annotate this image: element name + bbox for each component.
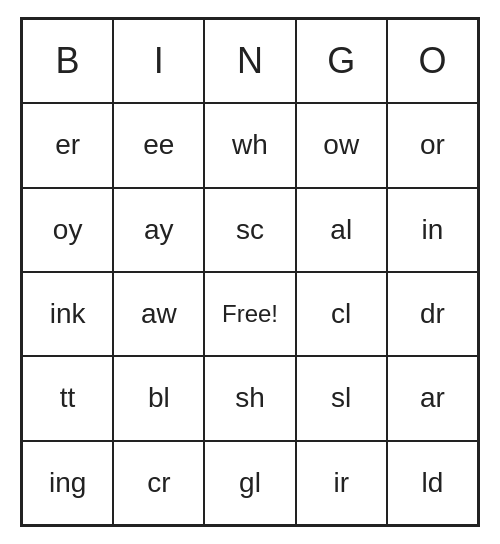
cell-1-5: or — [387, 103, 478, 187]
cell-5-2: cr — [113, 441, 204, 525]
cell-2-5: in — [387, 188, 478, 272]
cell-3-4: cl — [296, 272, 387, 356]
cell-3-5: dr — [387, 272, 478, 356]
cell-5-4: ir — [296, 441, 387, 525]
row-5: ing cr gl ir ld — [22, 441, 478, 525]
cell-5-3: gl — [204, 441, 295, 525]
cell-1-4: ow — [296, 103, 387, 187]
row-1: er ee wh ow or — [22, 103, 478, 187]
header-g: G — [296, 19, 387, 103]
cell-4-4: sl — [296, 356, 387, 440]
header-o: O — [387, 19, 478, 103]
cell-1-3: wh — [204, 103, 295, 187]
cell-4-3: sh — [204, 356, 295, 440]
row-4: tt bl sh sl ar — [22, 356, 478, 440]
cell-2-4: al — [296, 188, 387, 272]
header-b: B — [22, 19, 113, 103]
cell-2-2: ay — [113, 188, 204, 272]
cell-1-2: ee — [113, 103, 204, 187]
cell-3-2: aw — [113, 272, 204, 356]
header-i: I — [113, 19, 204, 103]
cell-4-1: tt — [22, 356, 113, 440]
cell-4-5: ar — [387, 356, 478, 440]
cell-5-5: ld — [387, 441, 478, 525]
row-3: ink aw Free! cl dr — [22, 272, 478, 356]
cell-2-1: oy — [22, 188, 113, 272]
header-row: B I N G O — [22, 19, 478, 103]
cell-2-3: sc — [204, 188, 295, 272]
cell-1-1: er — [22, 103, 113, 187]
cell-4-2: bl — [113, 356, 204, 440]
cell-5-1: ing — [22, 441, 113, 525]
row-2: oy ay sc al in — [22, 188, 478, 272]
header-n: N — [204, 19, 295, 103]
cell-3-1: ink — [22, 272, 113, 356]
bingo-card: B I N G O er ee wh ow or oy ay sc al in … — [20, 17, 480, 527]
cell-3-3-free: Free! — [204, 272, 295, 356]
